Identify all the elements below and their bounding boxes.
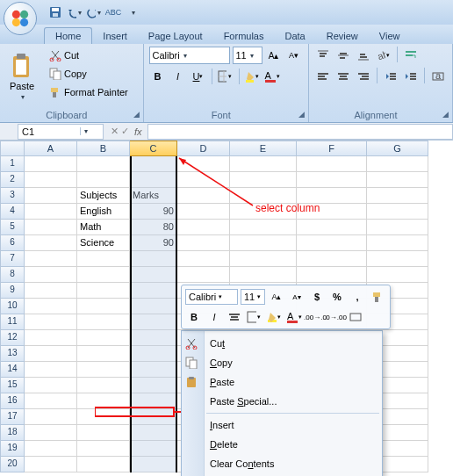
cell-B20[interactable] — [77, 457, 130, 472]
font-color-button[interactable]: A▾ — [264, 68, 282, 85]
cell-A5[interactable] — [25, 220, 77, 235]
row-header-2[interactable]: 2 — [0, 172, 25, 188]
tab-insert[interactable]: Insert — [92, 28, 138, 44]
mini-comma[interactable]: , — [349, 288, 366, 306]
cell-C3[interactable]: Marks — [130, 188, 177, 204]
row-header-20[interactable]: 20 — [0, 457, 25, 472]
name-box[interactable]: ▾ — [18, 124, 104, 140]
cell-B8[interactable] — [77, 267, 130, 283]
underline-button[interactable]: U▾ — [190, 68, 207, 85]
column-header-A[interactable]: A — [25, 141, 77, 156]
fx-label[interactable]: fx — [134, 126, 142, 137]
row-header-10[interactable]: 10 — [0, 299, 25, 314]
row-header-6[interactable]: 6 — [0, 235, 25, 251]
cell-D6[interactable] — [177, 235, 230, 251]
row-header-12[interactable]: 12 — [0, 330, 25, 346]
decrease-font-button[interactable]: A▾ — [285, 47, 303, 64]
mini-font-color[interactable]: A▾ — [286, 308, 304, 326]
save-button[interactable] — [47, 4, 63, 20]
cell-D4[interactable] — [177, 204, 230, 220]
tab-page-layout[interactable]: Page Layout — [138, 28, 213, 44]
dialog-launcher-font[interactable]: ◢ — [298, 110, 305, 119]
cancel-formula-icon[interactable]: ✕ — [111, 126, 119, 137]
mini-percent[interactable]: % — [328, 288, 346, 306]
mini-increase-decimal[interactable]: .0→.00 — [327, 308, 344, 326]
cell-E7[interactable] — [230, 251, 297, 267]
column-header-G[interactable]: G — [367, 141, 428, 156]
cell-B18[interactable] — [77, 425, 130, 441]
column-header-F[interactable]: F — [297, 141, 367, 156]
cell-A12[interactable] — [25, 330, 77, 346]
cell-E1[interactable] — [230, 156, 297, 172]
mini-currency[interactable]: $ — [308, 288, 326, 306]
cell-B15[interactable] — [77, 378, 130, 393]
row-header-13[interactable]: 13 — [0, 346, 25, 362]
cell-G6[interactable] — [367, 235, 428, 251]
cell-D5[interactable] — [177, 220, 230, 235]
cell-B11[interactable] — [77, 314, 130, 330]
cell-C2[interactable] — [130, 172, 177, 188]
cell-C7[interactable] — [130, 251, 177, 267]
cell-G2[interactable] — [367, 172, 428, 188]
row-header-14[interactable]: 14 — [0, 362, 25, 378]
formula-input[interactable] — [147, 124, 453, 140]
cell-C1[interactable] — [130, 156, 177, 172]
row-header-19[interactable]: 19 — [0, 441, 25, 457]
dialog-launcher-alignment[interactable]: ◢ — [442, 110, 449, 119]
cell-G5[interactable] — [367, 220, 428, 235]
redo-button[interactable]: ▾ — [86, 4, 102, 20]
mini-italic[interactable]: I — [205, 308, 223, 326]
mini-merge[interactable] — [347, 308, 364, 326]
ctx-paste-special[interactable]: Paste Special... — [182, 392, 382, 411]
cell-A15[interactable] — [25, 378, 77, 393]
cell-C20[interactable] — [130, 457, 177, 472]
cell-C10[interactable] — [130, 299, 177, 314]
cell-C16[interactable] — [130, 393, 177, 409]
cell-B3[interactable]: Subjects — [77, 188, 130, 204]
cell-C11[interactable] — [130, 314, 177, 330]
cell-A18[interactable] — [25, 425, 77, 441]
enter-formula-icon[interactable]: ✓ — [121, 126, 129, 137]
cell-A14[interactable] — [25, 362, 77, 378]
cell-A7[interactable] — [25, 251, 77, 267]
align-middle-button[interactable] — [334, 47, 352, 64]
paste-button[interactable]: Paste ▾ — [5, 47, 39, 106]
mini-decrease-font[interactable]: A▾ — [288, 288, 306, 306]
undo-button[interactable]: ▾ — [67, 4, 83, 20]
column-header-C[interactable]: C — [130, 141, 177, 156]
italic-button[interactable]: I — [169, 68, 187, 85]
cell-D1[interactable] — [177, 156, 230, 172]
cell-A11[interactable] — [25, 314, 77, 330]
row-header-1[interactable]: 1 — [0, 156, 25, 172]
row-header-7[interactable]: 7 — [0, 251, 25, 267]
cell-A3[interactable] — [25, 188, 77, 204]
cell-E2[interactable] — [230, 172, 297, 188]
font-size-combo[interactable]: 11▾ — [233, 47, 262, 64]
cell-C8[interactable] — [130, 267, 177, 283]
cell-B13[interactable] — [77, 346, 130, 362]
tab-view[interactable]: View — [369, 28, 411, 44]
cell-A10[interactable] — [25, 299, 77, 314]
cell-D3[interactable] — [177, 188, 230, 204]
cell-B2[interactable] — [77, 172, 130, 188]
cell-E6[interactable] — [230, 235, 297, 251]
cell-A13[interactable] — [25, 346, 77, 362]
cell-B9[interactable] — [77, 283, 130, 299]
cell-F8[interactable] — [297, 267, 367, 283]
mini-align-center[interactable] — [226, 308, 243, 326]
dialog-launcher-clipboard[interactable]: ◢ — [133, 110, 140, 119]
cell-B7[interactable] — [77, 251, 130, 267]
cell-D8[interactable] — [177, 267, 230, 283]
tab-review[interactable]: Review — [316, 28, 369, 44]
cell-C6[interactable]: 90 — [130, 235, 177, 251]
ctx-paste[interactable]: Paste — [182, 372, 382, 392]
row-header-15[interactable]: 15 — [0, 378, 25, 393]
ctx-copy[interactable]: Copy — [182, 353, 382, 372]
cell-A20[interactable] — [25, 457, 77, 472]
office-button[interactable] — [4, 2, 37, 35]
align-center-button[interactable] — [334, 68, 352, 85]
mini-increase-font[interactable]: A▴ — [268, 288, 285, 306]
font-name-combo[interactable]: Calibri▾ — [149, 47, 230, 64]
cell-C5[interactable]: 80 — [130, 220, 177, 235]
cell-A19[interactable] — [25, 441, 77, 457]
